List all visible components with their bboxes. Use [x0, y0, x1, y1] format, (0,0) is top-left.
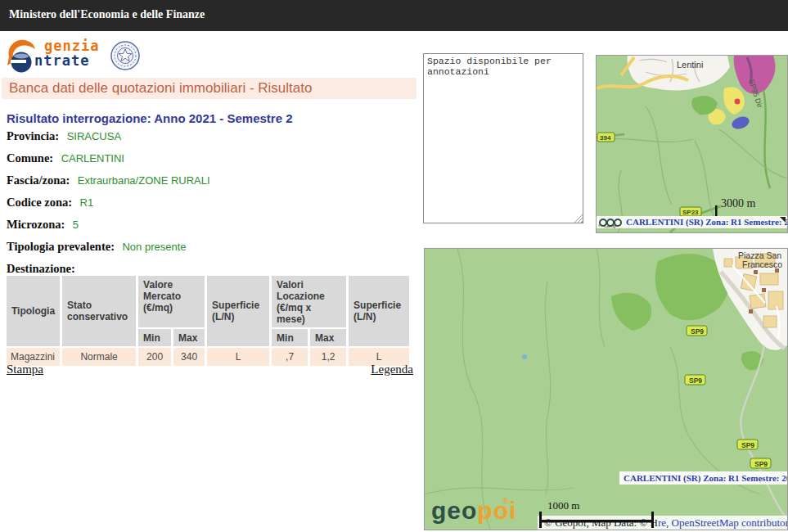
field-comune: Comune: CARLENTINI — [7, 151, 416, 165]
detail-map[interactable]: Piazza San Francesco SP9 SP9 SP9 SP9 CAR… — [424, 248, 788, 530]
field-tipologia-prevalente: Tipologia prevalente: Non presente — [7, 239, 416, 254]
field-value: SIRACUSA — [67, 130, 121, 142]
italy-emblem-icon — [110, 39, 141, 72]
field-label: Codice zona: — [7, 196, 72, 209]
footer-links: Stampa Legenda — [7, 363, 413, 376]
annotations-textarea[interactable]: Spazio disponibile per annotazioni — [423, 53, 583, 223]
scale-text: 3000 m — [721, 197, 756, 210]
agenzia-entrate-mark-icon — [7, 38, 36, 74]
road-badge-sp9: SP9 — [685, 375, 705, 385]
field-label: Provincia: — [7, 129, 59, 142]
col-header-valori-locazione: Valori Locazione (€/mq x mese) — [272, 276, 346, 327]
zone-label: CARLENTINI (SR) Zona: R1 Semestre: 20212 — [626, 217, 787, 228]
col-header-superficie-2: Superficie (L/N) — [349, 276, 409, 346]
road-badge-sp9: SP9 — [750, 458, 771, 468]
water-dot — [522, 354, 527, 359]
scale-tick — [715, 205, 718, 216]
col-header-valore-mercato: Valore Mercato (€/mq) — [138, 276, 205, 327]
field-value: R1 — [80, 196, 94, 209]
field-microzona: Microzona: 5 — [7, 217, 416, 232]
field-value: Non presente — [122, 241, 186, 253]
zone-red-dot — [735, 99, 741, 105]
logo-word-ntrate: ntrate — [34, 53, 99, 68]
svg-text:SP9: SP9 — [754, 460, 768, 468]
field-label: Destinazione: — [7, 262, 75, 275]
town-label: Lentini — [677, 60, 703, 70]
road-badge-394: 394 — [597, 133, 615, 142]
road-badge-sp23: SP23 — [680, 207, 701, 216]
svg-text:SP23: SP23 — [682, 209, 699, 216]
page-title-banner: Banca dati delle quotazioni immobiliari … — [2, 78, 417, 99]
ministry-topbar: Ministero dell'Economia e delle Finanze — [0, 0, 788, 31]
legenda-link[interactable]: Legenda — [371, 363, 413, 376]
field-value: 5 — [73, 219, 79, 231]
field-label: Tipologia prevalente: — [7, 240, 115, 253]
svg-text:SP9: SP9 — [741, 441, 754, 449]
stampa-link[interactable]: Stampa — [7, 363, 43, 376]
field-label: Microzona: — [7, 218, 65, 231]
col-header-vl-max: Max — [310, 329, 346, 346]
col-header-tipologia: Tipologia — [7, 276, 60, 346]
zone-label: CARLENTINI (SR) Zona: R1 Semestre: 20212 — [624, 473, 787, 484]
scale-text: 1000 m — [547, 499, 579, 512]
overview-map[interactable]: Lentini 394 SP23 SP95 Dir 3000 m © Geop … — [596, 55, 788, 233]
svg-text:SP9: SP9 — [689, 376, 702, 385]
col-header-vm-min: Min — [138, 329, 171, 346]
road-badge-sp9: SP9 — [687, 326, 707, 336]
small-map-attribution: © Geop — [598, 223, 617, 229]
col-header-stato: Stato conservativo — [62, 276, 136, 346]
col-header-vm-max: Max — [173, 329, 205, 346]
field-value: Extraurbana/ZONE RURALI — [78, 174, 210, 187]
field-codice-zona: Codice zona: R1 — [7, 195, 416, 210]
field-label: Comune: — [7, 151, 53, 165]
svg-text:394: 394 — [600, 134, 611, 142]
agenzia-entrate-logo: genzia ntrate — [7, 38, 146, 74]
logo-word-genzia: genzia — [34, 38, 99, 53]
field-value: CARLENTINI — [61, 152, 124, 165]
query-result-title: Risultato interrogazione: Anno 2021 - Se… — [7, 111, 293, 125]
page: Ministero dell'Economia e delle Finanze … — [0, 0, 788, 532]
place-label-line2: Francesco — [742, 259, 782, 269]
field-label: Fascia/zona: — [7, 174, 70, 187]
ministry-title: Ministero dell'Economia e delle Finanze — [9, 8, 205, 20]
geopoi-logo: geopoi ® — [431, 497, 516, 524]
svg-text:SP9: SP9 — [691, 327, 704, 336]
page-title: Banca dati delle quotazioni immobiliari … — [9, 80, 312, 96]
field-fascia-zona: Fascia/zona: Extraurbana/ZONE RURALI — [7, 173, 416, 187]
col-header-vl-min: Min — [272, 329, 308, 346]
osm-link: re, OpenStreetMap contributors — [658, 516, 787, 529]
field-provincia: Provincia: SIRACUSA — [7, 128, 416, 143]
quotations-table: Tipologia Stato conservativo Valore Merc… — [4, 274, 412, 367]
road-badge-sp9: SP9 — [737, 440, 758, 449]
result-fields: Provincia: SIRACUSA Comune: CARLENTINI F… — [7, 128, 416, 283]
agenzia-entrate-wordmark: genzia ntrate — [34, 38, 99, 68]
col-header-superficie-1: Superficie (L/N) — [207, 276, 269, 346]
svg-text:®: ® — [502, 497, 509, 506]
